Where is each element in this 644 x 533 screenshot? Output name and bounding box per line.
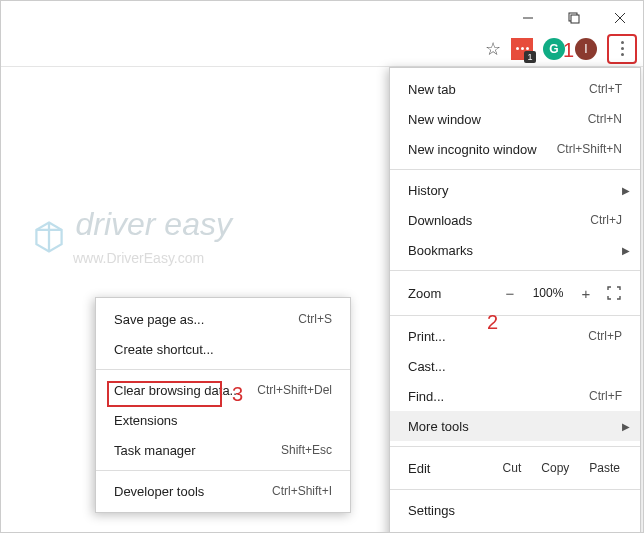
menu-help[interactable]: Help▶ [390, 525, 640, 533]
edit-label: Edit [408, 461, 493, 476]
chevron-right-icon: ▶ [622, 245, 630, 256]
menu-more-tools[interactable]: More tools▶ [390, 411, 640, 441]
copy-button[interactable]: Copy [531, 461, 579, 475]
chrome-main-menu: New tabCtrl+T New windowCtrl+N New incog… [389, 67, 641, 533]
window-titlebar [1, 1, 643, 31]
paste-button[interactable]: Paste [579, 461, 630, 475]
zoom-out-button[interactable]: − [494, 285, 526, 302]
profile-avatar[interactable]: I [575, 38, 597, 60]
annotation-3: 3 [232, 383, 243, 406]
minimize-button[interactable] [505, 5, 551, 31]
zoom-percent: 100% [526, 286, 570, 300]
extension-red-icon[interactable]: 1 [511, 38, 533, 60]
menu-downloads[interactable]: DownloadsCtrl+J [390, 205, 640, 235]
chevron-right-icon: ▶ [622, 185, 630, 196]
more-tools-submenu: Save page as...Ctrl+S Create shortcut...… [95, 297, 351, 513]
menu-settings[interactable]: Settings [390, 495, 640, 525]
chrome-menu-button[interactable] [607, 34, 637, 64]
close-button[interactable] [597, 5, 643, 31]
submenu-clear-data[interactable]: Clear browsing data...Ctrl+Shift+Del [96, 375, 350, 405]
menu-edit-row: Edit Cut Copy Paste [390, 452, 640, 484]
zoom-in-button[interactable]: + [570, 285, 602, 302]
chevron-right-icon: ▶ [622, 421, 630, 432]
kebab-icon [621, 40, 624, 58]
menu-new-tab[interactable]: New tabCtrl+T [390, 74, 640, 104]
menu-incognito[interactable]: New incognito windowCtrl+Shift+N [390, 134, 640, 164]
maximize-button[interactable] [551, 5, 597, 31]
menu-find[interactable]: Find...Ctrl+F [390, 381, 640, 411]
menu-cast[interactable]: Cast... [390, 351, 640, 381]
submenu-task-manager[interactable]: Task managerShift+Esc [96, 435, 350, 465]
menu-print[interactable]: Print...Ctrl+P [390, 321, 640, 351]
menu-new-window[interactable]: New windowCtrl+N [390, 104, 640, 134]
annotation-2: 2 [487, 311, 498, 334]
fullscreen-icon[interactable] [602, 286, 626, 300]
extension-green-icon[interactable]: G [543, 38, 565, 60]
cut-button[interactable]: Cut [493, 461, 532, 475]
menu-history[interactable]: History▶ [390, 175, 640, 205]
submenu-extensions[interactable]: Extensions [96, 405, 350, 435]
zoom-label: Zoom [408, 286, 494, 301]
menu-bookmarks[interactable]: Bookmarks▶ [390, 235, 640, 265]
watermark: driver easy www.DriverEasy.com [31, 206, 232, 267]
submenu-developer-tools[interactable]: Developer toolsCtrl+Shift+I [96, 476, 350, 506]
bookmark-star-icon[interactable]: ☆ [485, 38, 501, 60]
browser-toolbar: ☆ 1 G I [1, 31, 643, 67]
submenu-save-page[interactable]: Save page as...Ctrl+S [96, 304, 350, 334]
submenu-create-shortcut[interactable]: Create shortcut... [96, 334, 350, 364]
svg-rect-2 [571, 15, 579, 23]
menu-zoom-row: Zoom − 100% + [390, 276, 640, 310]
extension-badge: 1 [524, 51, 536, 63]
annotation-1: 1 [563, 39, 574, 62]
